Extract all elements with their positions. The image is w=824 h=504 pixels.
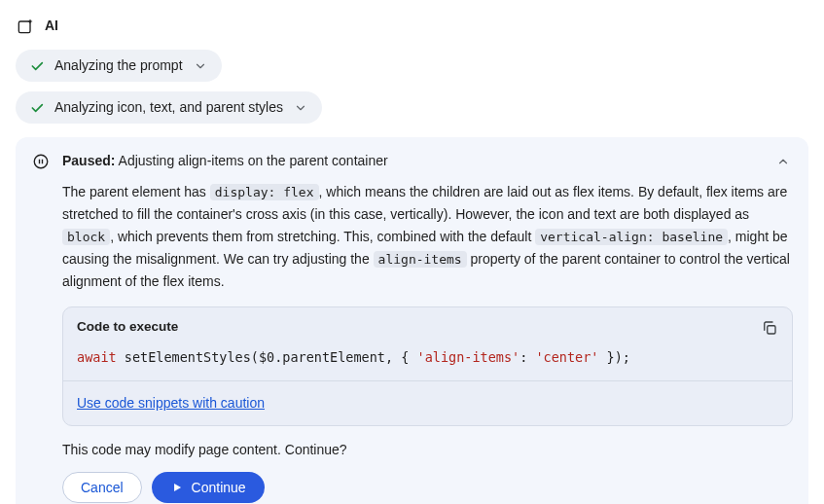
chevron-down-icon (193, 58, 208, 74)
play-icon (170, 481, 184, 494)
caution-link[interactable]: Use code snippets with caution (77, 395, 265, 411)
explanation-text: The parent element has display: flex, wh… (62, 181, 793, 293)
collapse-button[interactable] (773, 152, 793, 171)
panel-header: AI (16, 16, 808, 36)
inline-code: display: flex (210, 184, 319, 200)
svg-rect-4 (768, 325, 775, 333)
button-label: Continue (192, 480, 246, 495)
code-box-header: Code to execute (63, 307, 792, 337)
code-text: : (519, 349, 535, 365)
inline-code: vertical-align: baseline (535, 229, 728, 245)
svg-rect-0 (18, 21, 30, 33)
code-box-title: Code to execute (77, 317, 178, 337)
panel-title: AI (45, 16, 58, 36)
text-fragment: The parent element has (62, 184, 210, 199)
paused-title-text: Adjusting align-items on the parent cont… (119, 153, 388, 168)
pause-icon (31, 152, 51, 171)
inline-code: align-items (374, 251, 467, 268)
cancel-button[interactable]: Cancel (62, 472, 142, 503)
svg-marker-5 (174, 484, 181, 491)
svg-point-1 (34, 155, 48, 168)
check-icon (29, 58, 45, 74)
code-execute-box: Code to execute await setElementStyles($… (62, 306, 793, 426)
text-fragment: , which prevents them from stretching. T… (110, 229, 535, 244)
continue-button[interactable]: Continue (152, 472, 265, 503)
button-label: Cancel (81, 480, 124, 495)
chevron-down-icon (293, 100, 308, 116)
code-string: 'align-items' (417, 349, 520, 365)
check-icon (29, 100, 45, 116)
paused-title: Paused: Adjusting align-items on the par… (62, 151, 762, 171)
ai-sparkle-icon (16, 17, 35, 36)
step-label: Analyzing the prompt (54, 55, 183, 76)
action-buttons: Cancel Continue (62, 472, 793, 503)
copy-button[interactable] (761, 319, 778, 337)
step-chip-analyzing-styles[interactable]: Analyzing icon, text, and parent styles (16, 91, 322, 124)
code-snippet: await setElementStyles($0.parentElement,… (63, 338, 792, 380)
confirm-prompt: This code may modify page content. Conti… (62, 440, 793, 460)
code-keyword: await (77, 349, 117, 365)
paused-header: Paused: Adjusting align-items on the par… (31, 151, 793, 171)
code-string: 'center' (535, 349, 598, 365)
code-text: }); (598, 349, 630, 365)
caution-bar: Use code snippets with caution (63, 380, 792, 425)
paused-step-card: Paused: Adjusting align-items on the par… (16, 137, 808, 504)
code-text: setElementStyles($0.parentElement, { (117, 349, 417, 365)
paused-prefix: Paused: (62, 153, 115, 168)
step-chip-analyzing-prompt[interactable]: Analyzing the prompt (16, 50, 222, 82)
inline-code: block (62, 229, 110, 245)
step-label: Analyzing icon, text, and parent styles (54, 97, 283, 118)
